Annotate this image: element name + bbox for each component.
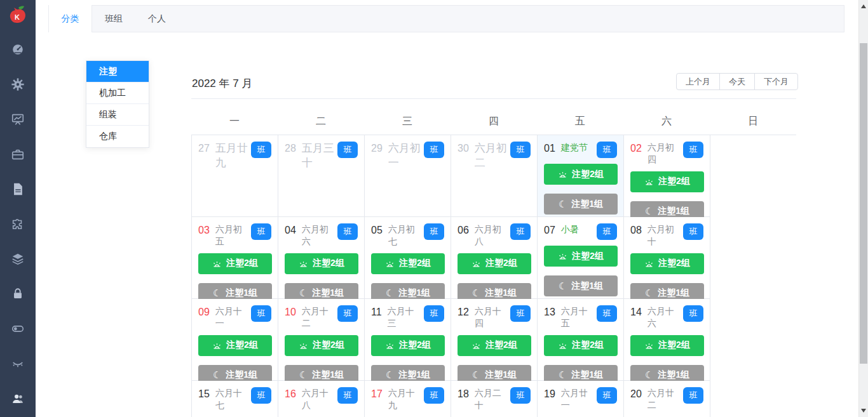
scroll-up-arrow-icon[interactable] xyxy=(861,4,866,8)
day-shift-button[interactable]: 注塑2组 xyxy=(285,335,358,356)
day-shift-button[interactable]: 注塑2组 xyxy=(630,253,704,274)
svg-text:K: K xyxy=(15,13,20,21)
app-logo[interactable]: K xyxy=(7,4,29,29)
shift-badge[interactable]: 班 xyxy=(251,387,271,404)
shift-badge[interactable]: 班 xyxy=(424,223,444,240)
shift-badge[interactable]: 班 xyxy=(597,387,617,404)
calendar-day-cell[interactable]: 28 五月三十 班 xyxy=(278,135,365,217)
shift-badge[interactable]: 班 xyxy=(597,305,617,322)
calendar-day-cell[interactable]: 05 六月初七 班 注塑2组 ☾ 注塑1组 xyxy=(365,217,451,299)
day-shift-button[interactable]: 注塑2组 xyxy=(371,335,445,356)
puzzle-icon[interactable] xyxy=(10,216,25,232)
calendar-day-cell[interactable]: 04 六月初六 班 注塑2组 ☾ 注塑1组 xyxy=(278,217,365,299)
calendar-day-cell[interactable]: 19 六月廿一 班 注塑2组 ☾ 注塑1组 xyxy=(538,381,624,417)
shift-badge[interactable]: 班 xyxy=(337,223,358,240)
shift-badge[interactable]: 班 xyxy=(424,387,444,404)
prev-month-button[interactable]: 上个月 xyxy=(676,73,720,90)
calendar-day-cell[interactable]: 14 六月十六 班 注塑2组 ☾ 注塑1组 xyxy=(624,299,710,381)
settings-gear-icon[interactable] xyxy=(10,77,25,92)
night-shift-label: 注塑1组 xyxy=(398,288,430,299)
calendar-day-cell[interactable]: 17 六月十九 班 注塑2组 ☾ 注塑1组 xyxy=(365,381,451,417)
scrollbar-thumb[interactable] xyxy=(860,43,867,364)
day-shift-button[interactable]: 注塑2组 xyxy=(630,171,704,192)
shift-badge[interactable]: 班 xyxy=(510,305,531,322)
day-shift-button[interactable]: 注塑2组 xyxy=(544,335,618,356)
tab-category[interactable]: 分类 xyxy=(49,5,92,32)
shift-badge[interactable]: 班 xyxy=(337,387,358,404)
day-lunar-label: 小暑 xyxy=(561,223,594,235)
day-number: 13 xyxy=(544,305,555,319)
eye-closed-icon[interactable] xyxy=(10,356,25,371)
calendar-day-cell[interactable]: 18 六月二十 班 注塑2组 ☾ 注塑1组 xyxy=(451,381,538,417)
calendar-day-cell[interactable]: 07 小暑 班 注塑2组 ☾ 注塑1组 xyxy=(538,217,624,299)
day-shift-button[interactable]: 注塑2组 xyxy=(198,335,272,356)
lock-icon[interactable] xyxy=(10,286,25,301)
day-number: 01 xyxy=(544,142,555,156)
team-users-icon[interactable] xyxy=(10,391,25,406)
calendar-day-cell[interactable]: 12 六月十四 班 注塑2组 ☾ 注塑1组 xyxy=(451,299,538,381)
day-cell-header: 10 六月十二 班 xyxy=(285,305,358,329)
layers-icon[interactable] xyxy=(10,251,25,267)
calendar-day-cell[interactable]: 09 六月十一 班 注塑2组 ☾ 注塑1组 xyxy=(192,299,278,381)
tab-personal[interactable]: 个人 xyxy=(135,6,179,32)
shift-badge[interactable]: 班 xyxy=(597,142,617,158)
calendar-day-cell[interactable]: 16 六月十八 班 注塑2组 ☾ 注塑1组 xyxy=(278,381,365,417)
category-item-assembly[interactable]: 组装 xyxy=(86,104,149,126)
scroll-down-arrow-icon[interactable] xyxy=(861,409,866,413)
next-month-button[interactable]: 下个月 xyxy=(754,73,798,90)
moon-icon: ☾ xyxy=(559,281,567,292)
toggle-icon[interactable] xyxy=(10,321,25,336)
moon-icon: ☾ xyxy=(386,288,394,299)
day-shift-button[interactable]: 注塑2组 xyxy=(458,253,531,274)
shift-badge[interactable]: 班 xyxy=(424,305,444,322)
calendar-day-cell[interactable]: 03 六月初五 班 注塑2组 ☾ 注塑1组 xyxy=(192,217,278,299)
briefcase-icon[interactable] xyxy=(10,147,25,162)
calendar-day-cell[interactable]: 20 六月廿二 班 注塑2组 ☾ 注塑1组 xyxy=(624,381,710,417)
category-item-warehouse[interactable]: 仓库 xyxy=(86,126,149,147)
category-item-injection[interactable]: 注塑 xyxy=(86,61,149,83)
day-number: 14 xyxy=(630,305,642,319)
shift-badge[interactable]: 班 xyxy=(251,305,271,322)
night-shift-button[interactable]: ☾ 注塑1组 xyxy=(544,275,618,296)
calendar-day-cell[interactable]: 06 六月初八 班 注塑2组 ☾ 注塑1组 xyxy=(451,217,538,299)
today-button[interactable]: 今天 xyxy=(719,73,755,90)
shift-badge[interactable]: 班 xyxy=(683,305,703,322)
dashboard-icon[interactable] xyxy=(10,42,25,57)
calendar-day-cell[interactable]: 11 六月十三 班 注塑2组 ☾ 注塑1组 xyxy=(365,299,451,381)
day-shift-button[interactable]: 注塑2组 xyxy=(285,253,358,274)
day-shift-button[interactable]: 注塑2组 xyxy=(198,253,272,274)
shift-badge[interactable]: 班 xyxy=(337,305,358,322)
shift-badge[interactable]: 班 xyxy=(683,387,703,404)
day-shift-button[interactable]: 注塑2组 xyxy=(544,164,618,185)
calendar-day-cell[interactable]: 15 六月十七 班 注塑2组 ☾ 注塑1组 xyxy=(192,381,278,417)
monitor-chart-icon[interactable] xyxy=(10,112,25,127)
shift-badge[interactable]: 班 xyxy=(597,223,617,240)
tab-team[interactable]: 班组 xyxy=(92,6,135,32)
shift-badge[interactable]: 班 xyxy=(424,142,444,158)
calendar-day-cell[interactable]: 30 六月初二 班 xyxy=(451,135,538,217)
day-shift-button[interactable]: 注塑2组 xyxy=(544,246,618,267)
day-shift-button[interactable]: 注塑2组 xyxy=(371,253,445,274)
night-shift-label: 注塑1组 xyxy=(485,288,517,299)
shift-badge[interactable]: 班 xyxy=(251,142,271,158)
calendar-day-cell[interactable]: 13 六月十五 班 注塑2组 ☾ 注塑1组 xyxy=(538,299,624,381)
calendar-day-cell[interactable]: 27 五月廿九 班 xyxy=(192,135,278,217)
calendar-day-cell[interactable]: 01 建党节 班 注塑2组 ☾ 注塑1组 xyxy=(538,135,624,217)
shift-badge[interactable]: 班 xyxy=(683,223,703,240)
vertical-scrollbar[interactable] xyxy=(858,0,868,417)
calendar-day-cell[interactable]: 29 六月初一 班 xyxy=(365,135,451,217)
calendar-day-cell[interactable]: 02 六月初四 班 注塑2组 ☾ 注塑1组 xyxy=(624,135,710,217)
shift-badge[interactable]: 班 xyxy=(251,223,271,240)
night-shift-button[interactable]: ☾ 注塑1组 xyxy=(544,194,618,215)
shift-badge[interactable]: 班 xyxy=(510,387,531,404)
shift-badge[interactable]: 班 xyxy=(683,142,703,158)
shift-badge[interactable]: 班 xyxy=(510,223,531,240)
day-shift-button[interactable]: 注塑2组 xyxy=(458,335,531,356)
shift-badge[interactable]: 班 xyxy=(337,142,358,158)
shift-badge[interactable]: 班 xyxy=(510,142,531,158)
day-shift-button[interactable]: 注塑2组 xyxy=(630,335,704,356)
calendar-day-cell[interactable]: 10 六月十二 班 注塑2组 ☾ 注塑1组 xyxy=(278,299,365,381)
category-item-machining[interactable]: 机加工 xyxy=(86,83,149,104)
calendar-day-cell[interactable]: 08 六月初十 班 注塑2组 ☾ 注塑1组 xyxy=(624,217,710,299)
document-icon[interactable] xyxy=(10,182,25,197)
